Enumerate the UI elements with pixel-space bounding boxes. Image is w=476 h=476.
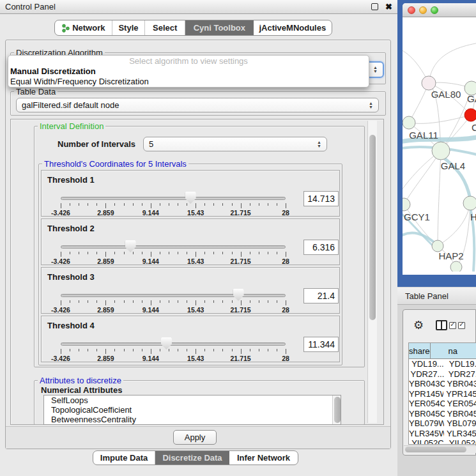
tab-network[interactable]: Network — [55, 20, 112, 35]
bottom-tab-infer-network[interactable]: Infer Network — [229, 451, 298, 464]
column-header-name[interactable]: na — [431, 343, 476, 358]
attributes-group: Attributes to discretize Numerical Attri… — [34, 380, 365, 425]
tab-jactivemnodules[interactable]: jActiveMNodules — [254, 20, 332, 35]
dropdown-item-manual-discretization[interactable]: Manual Discretization — [8, 66, 369, 77]
table-row[interactable]: YLR345WYLR345W — [409, 429, 476, 439]
control-panel-titlebar: Control Panel ✖ — [0, 0, 397, 14]
slider-ticks — [61, 203, 286, 209]
zoom-traffic-light-icon[interactable] — [431, 6, 438, 14]
attributes-scrollbar[interactable] — [332, 395, 341, 424]
settings-scrollbar[interactable] — [367, 121, 377, 423]
apply-button[interactable]: Apply — [173, 430, 217, 445]
threshold-value-field[interactable]: 14.713 — [303, 191, 339, 206]
columns-icon[interactable] — [436, 320, 447, 330]
table-row[interactable]: YBR043CYBR043C — [409, 379, 476, 389]
node-label-gcy1: GCY1 — [404, 211, 430, 222]
tab-style[interactable]: Style — [112, 20, 146, 35]
slider-thumb[interactable] — [161, 337, 172, 349]
bottom-cut-node[interactable] — [450, 261, 462, 272]
dropdown-hint: Select algorithm to view settings — [8, 56, 369, 66]
slider-track[interactable] — [61, 245, 286, 249]
table-row[interactable]: YER054CYER054C — [409, 399, 476, 409]
network-canvas[interactable]: GAL80GACGAL11GAL4GCY1HHAP2 — [403, 17, 476, 272]
threshold-value-field[interactable]: 21.4 — [303, 288, 339, 303]
slider-thumb[interactable] — [125, 240, 136, 252]
bottom-tab-impute-data[interactable]: Impute Data — [93, 451, 155, 464]
cell-name: YBR045C — [445, 409, 476, 419]
interval-definition-group: Interval Definition Number of Intervals … — [34, 126, 365, 367]
slider-tick-labels: -3.4262.8599.14415.4321.71528 — [61, 209, 286, 216]
algorithm-dropdown-popup: Select algorithm to view settings Manual… — [8, 55, 369, 88]
dropdown-item-equal-width-frequency-discretization[interactable]: Equal Width/Frequency Discretization — [8, 77, 369, 87]
float-icon[interactable] — [371, 3, 378, 10]
node-label-gal80: GAL80 — [431, 89, 461, 100]
numerical-attributes-list[interactable]: SelfLoopsTopologicalCoefficientBetweenne… — [43, 395, 341, 425]
table-header-row: shared... na — [409, 343, 476, 359]
GCY1-node[interactable] — [403, 198, 410, 211]
minimize-traffic-light-icon[interactable] — [419, 6, 427, 14]
attribute-item-topologicalcoefficient[interactable]: TopologicalCoefficient — [44, 405, 341, 415]
threshold-label: Threshold 2 — [47, 224, 95, 233]
table-row[interactable]: YDR27...YDR27... — [409, 369, 476, 380]
GAL4-node[interactable] — [432, 142, 450, 160]
threshold-panel-4: Threshold 4-3.4262.8599.14415.4321.71528… — [41, 316, 340, 362]
cell-shared-name: YPR145W — [409, 389, 443, 399]
table-row[interactable]: YDL19...YDL19... — [409, 359, 476, 369]
number-of-intervals-label: Number of Intervals — [58, 139, 135, 149]
slider-track[interactable] — [61, 294, 286, 297]
number-of-intervals-combobox[interactable]: 5 ▲▼ — [143, 137, 327, 151]
table-row[interactable]: YBR045CYBR045C — [409, 409, 476, 419]
table-data-group: Table Data galFiltered.sif default node … — [10, 91, 386, 116]
tab-cyni-toolbox[interactable]: Cyni Toolbox — [185, 20, 254, 35]
column-header-shared-name[interactable]: shared... — [409, 343, 431, 358]
network-window-titlebar[interactable] — [403, 3, 476, 17]
GAL80-node[interactable] — [422, 76, 436, 90]
slider-track[interactable] — [61, 197, 286, 200]
GAL11-node[interactable] — [403, 116, 415, 129]
threshold-value-field[interactable]: 6.316 — [303, 240, 339, 255]
cell-shared-name: YBR045C — [409, 409, 445, 419]
checkbox-icon[interactable] — [458, 322, 465, 329]
slider-ticks — [61, 252, 286, 257]
cell-name: YER054C — [445, 399, 476, 409]
combo-arrows-icon: ▲▼ — [317, 141, 321, 148]
number-of-intervals-value: 5 — [149, 139, 153, 149]
combo-arrows-icon: ▲▼ — [369, 102, 373, 109]
table-panel-titlebar: Table Panel — [397, 288, 476, 305]
attribute-item-selfloops[interactable]: SelfLoops — [44, 395, 341, 405]
cell-shared-name: YBL079W — [409, 418, 444, 429]
thresholds-group-title: Threshold's Coordinates for 5 Intervals — [42, 159, 188, 169]
cyni-bottom-tabs: Impute DataDiscretize DataInfer Network — [93, 450, 298, 465]
table-row[interactable]: YPR145WYPR145W — [409, 389, 476, 399]
gear-icon[interactable]: ⚙ — [413, 318, 424, 332]
tab-select[interactable]: Select — [145, 20, 185, 35]
checkbox-icon[interactable] — [449, 322, 456, 329]
red-node[interactable] — [464, 109, 476, 121]
slider-thumb[interactable] — [233, 289, 244, 301]
numerical-attributes-label: Numerical Attributes — [41, 385, 122, 395]
slider-ticks — [61, 300, 286, 306]
close-icon[interactable]: ✖ — [385, 3, 392, 10]
table-panel-title: Table Panel — [405, 291, 449, 301]
threshold-value-field[interactable]: 11.344 — [303, 337, 339, 352]
cell-shared-name: YER054C — [409, 399, 445, 409]
table-row[interactable]: YBL079WYBL079W — [409, 418, 476, 429]
slider-track[interactable] — [61, 342, 286, 346]
cell-shared-name: YBR043C — [409, 379, 445, 389]
slider-thumb[interactable] — [185, 192, 196, 204]
threshold-panel-2: Threshold 2-3.4262.8599.14415.4321.71528… — [41, 219, 340, 265]
attribute-item-betweennesscentrality[interactable]: BetweennessCentrality — [44, 415, 341, 424]
threshold-label: Threshold 1 — [47, 175, 95, 185]
cell-name: YDR27... — [446, 369, 476, 380]
table-horizontal-scrollbar[interactable] — [404, 445, 476, 453]
cell-name: YDL19... — [447, 359, 476, 369]
close-traffic-light-icon[interactable] — [408, 6, 415, 14]
network-window: GAL80GACGAL11GAL4GCY1HHAP2 — [403, 3, 476, 275]
node-label-ga: GA — [467, 93, 476, 104]
control-panel-title: Control Panel — [5, 2, 371, 12]
bottom-tab-discretize-data[interactable]: Discretize Data — [155, 451, 229, 464]
table-row[interactable]: YIL052CYIL052C — [409, 438, 476, 445]
H-node[interactable] — [463, 196, 476, 210]
table-data-combobox[interactable]: galFiltered.sif default node ▲▼ — [16, 98, 379, 112]
cell-name: YBR043C — [445, 379, 476, 389]
